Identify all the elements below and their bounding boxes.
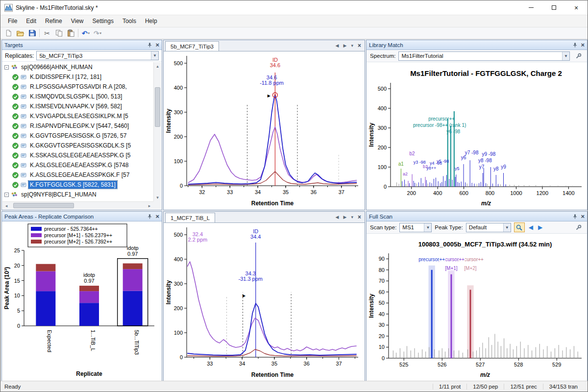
svg-text:idotp: idotp [83, 272, 95, 278]
vertical-scroll-thumb[interactable] [155, 87, 160, 127]
next-icon[interactable]: ▶ [343, 43, 347, 48]
tab-5b-mcf7-titip3[interactable]: 5b_MCF7_TiTip3 [165, 41, 219, 51]
scroll-left-icon[interactable]: ◂ [2, 202, 10, 210]
redo-button[interactable]: ↷▾ [92, 28, 103, 38]
next-scan-icon[interactable]: ▶ [537, 224, 543, 231]
tree-item-protein[interactable]: -sp|Q09666|AHNK_HUMAN [2, 62, 153, 72]
peak-areas-header[interactable]: Peak Areas - Replicate Comparison × [2, 212, 162, 221]
chromatogram-top-chart[interactable]: 3233343536370100200300400500Retention Ti… [164, 52, 364, 209]
tree-item-peptide[interactable]: K.FGTFGGLGSK.S [5822, 5831] [2, 180, 153, 190]
menu-refine[interactable]: Refine [41, 16, 67, 26]
check-circle-icon [12, 123, 19, 129]
svg-text:32: 32 [199, 189, 205, 195]
tree-item-label: K.DIDISSPEFK.I [172, 181] [28, 73, 103, 81]
peak-type-value: Default [469, 224, 487, 230]
spectrum-combo[interactable]: Ms1FilterTutorial ▼ [398, 51, 570, 61]
targets-header[interactable]: Targets × [2, 40, 162, 50]
full-scan-header[interactable]: Full Scan × [367, 212, 587, 221]
menu-file[interactable]: File [3, 16, 22, 26]
replicates-label: Replicates: [5, 52, 34, 59]
next-icon[interactable]: ▶ [343, 215, 347, 220]
svg-text:500: 500 [378, 86, 387, 92]
check-circle-icon [12, 133, 19, 139]
previous-scan-icon[interactable]: ◀ [528, 224, 534, 231]
pin-icon[interactable] [572, 42, 578, 48]
vertical-scrollbar[interactable]: ▴ ▾ [153, 62, 161, 201]
library-match-header[interactable]: Library Match × [367, 40, 587, 50]
tree-item-peptide[interactable]: R.LPSGSGAASPTGSAVDI R.A [208, [2, 82, 153, 92]
wrench-icon[interactable] [573, 51, 584, 61]
prev-icon[interactable]: ◀ [336, 43, 339, 48]
library-spectrum-chart[interactable]: 2004006008001000120014000100200300400500… [367, 63, 587, 209]
minimize-icon [529, 7, 534, 8]
scroll-up-icon[interactable]: ▴ [154, 62, 162, 70]
tab-1-mcf7-tib-l[interactable]: 1_MCF7_TiB_L [165, 213, 215, 222]
tree-item-peptide[interactable]: K.ASLGSLEGEAEAEASSPKGK.F [57 [2, 170, 153, 180]
chevron-down-icon[interactable]: ▾ [351, 215, 353, 220]
menu-tools[interactable]: Tools [118, 16, 141, 26]
horizontal-scroll-thumb[interactable] [13, 203, 74, 208]
copy-button[interactable] [53, 28, 65, 38]
close-icon[interactable]: × [358, 214, 361, 220]
horizontal-scroll-track[interactable] [10, 202, 146, 209]
svg-text:200: 200 [174, 305, 183, 311]
chevron-down-icon[interactable]: ▾ [351, 43, 353, 48]
toolbar-separator [39, 29, 40, 37]
save-button[interactable] [26, 28, 38, 38]
undo-button[interactable]: ↶▾ [80, 28, 92, 38]
minimize-button[interactable] [520, 0, 542, 15]
tree-item-protein[interactable]: -sp|Q9NYF8|BCLF1_HUMAN [2, 190, 153, 199]
svg-text:Peak Area (10³): Peak Area (10³) [3, 267, 10, 309]
svg-text:527: 527 [476, 362, 485, 368]
paste-button[interactable] [65, 28, 76, 38]
tree-item-peptide[interactable]: K.ISMSEVDLNVAAPK.V [569, 582] [2, 101, 153, 111]
chevron-down-icon: ▼ [562, 52, 569, 60]
zoom-toggle-button[interactable] [514, 222, 525, 232]
tree-item-peptide[interactable]: K.ASLGSLEGEAEAEASSPK.G [5748 [2, 160, 153, 170]
status-bar: Ready 1/11 prot12/50 pep12/51 prec34/153… [0, 381, 588, 392]
tree-item-peptide[interactable]: K.ISMQDVDLSLGSPK.L [500, 513] [2, 92, 153, 101]
svg-text:1200: 1200 [537, 190, 548, 196]
close-icon[interactable]: × [581, 42, 585, 48]
cut-button[interactable]: ✂ [41, 28, 53, 38]
peak-type-combo[interactable]: Default ▼ [466, 223, 511, 232]
menu-edit[interactable]: Edit [22, 16, 41, 26]
peak-areas-chart[interactable]: 0510152025Peak Area (10³)Expected1...TiB… [2, 222, 161, 381]
wrench-icon[interactable] [573, 222, 584, 232]
tree-item-peptide[interactable]: K.VSVGAPDLSLEASEGSIKLPK.M [5 [2, 111, 153, 121]
close-icon[interactable]: × [155, 213, 159, 220]
pin-icon[interactable] [147, 214, 152, 219]
tree-item-peptide[interactable]: R.ISAPNVDFNLEGPK.V [5447, 5460] [2, 121, 153, 131]
menu-view[interactable]: View [67, 16, 88, 26]
menu-settings[interactable]: Settings [88, 16, 118, 26]
tree-item-peptide[interactable]: K.SSKASLGSLEGEAEAEASSPK.G [5 [2, 150, 153, 160]
scroll-down-icon[interactable]: ▾ [154, 194, 162, 201]
open-folder-button[interactable] [14, 28, 26, 38]
pin-icon[interactable] [147, 42, 152, 48]
horizontal-scrollbar[interactable]: ◂ ▸ [2, 201, 153, 209]
replicates-combo[interactable]: 5b_MCF7_TiTip3 ▼ [36, 51, 159, 60]
close-button[interactable]: × [565, 0, 588, 15]
tree-item-peptide[interactable]: K.DIDISSPEFK.I [172, 181] [2, 72, 153, 82]
close-icon[interactable]: × [358, 43, 361, 49]
maximize-button[interactable] [542, 0, 565, 15]
scroll-right-icon[interactable]: ▸ [146, 202, 153, 210]
svg-text:m/z: m/z [480, 371, 490, 378]
collapse-icon[interactable]: - [4, 65, 9, 70]
svg-text:300: 300 [174, 109, 183, 115]
tree-item-peptide[interactable]: K.GGVTGSPEASISGSK.G [5726, 57 [2, 131, 153, 141]
new-document-button[interactable] [2, 28, 14, 38]
close-icon[interactable]: × [155, 42, 159, 48]
prev-icon[interactable]: ◀ [336, 215, 339, 220]
scan-type-combo[interactable]: MS1 ▼ [399, 223, 432, 232]
svg-text:200: 200 [378, 145, 387, 150]
menu-help[interactable]: Help [141, 16, 162, 26]
chromatogram-bottom-chart[interactable]: 33343536370100200300400500Retention Time… [164, 223, 364, 381]
collapse-icon[interactable]: - [4, 193, 9, 197]
close-icon[interactable]: × [581, 213, 585, 220]
svg-text:0: 0 [384, 184, 387, 190]
tree-item-peptide[interactable]: K.GKGGVTGSPEASISGSKGDLK.S [5 [2, 141, 153, 150]
pin-icon[interactable] [572, 214, 578, 219]
vertical-scroll-track[interactable] [154, 70, 161, 194]
full-scan-chart[interactable]: 5255265275285290102030405060708090m/zInt… [367, 236, 587, 381]
